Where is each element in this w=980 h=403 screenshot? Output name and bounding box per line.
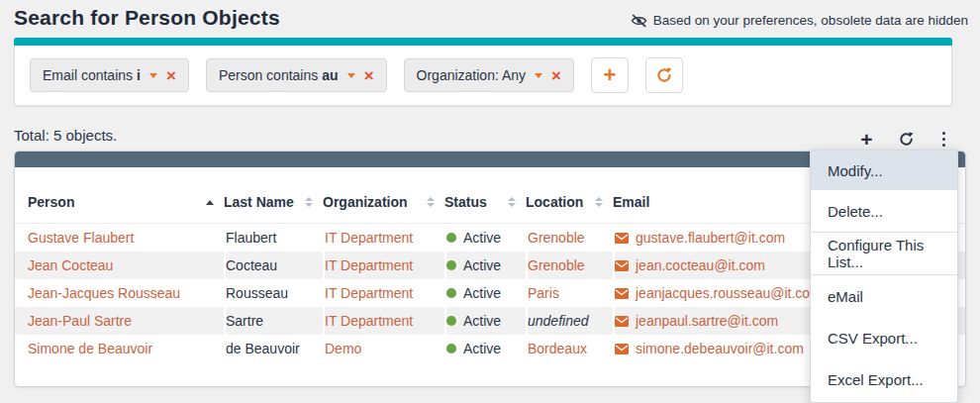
filter-chips: Email containsi × Person containsau × Or…: [30, 58, 574, 92]
chevron-down-icon[interactable]: [149, 73, 157, 78]
filter-chip-label: Email contains: [43, 67, 133, 83]
obsolete-data-notice-text: Based on your preferences, obsolete data…: [653, 13, 968, 28]
kebab-dot: [942, 144, 946, 148]
kebab-dot: [942, 132, 946, 136]
add-criterion-button[interactable]: +: [591, 57, 629, 93]
menu-item[interactable]: CSV Export...: [811, 317, 957, 358]
email-icon: [615, 316, 629, 327]
sort-icon: [427, 197, 435, 207]
filter-chip[interactable]: Organization: Any ×: [404, 58, 574, 92]
location-link[interactable]: Grenoble: [528, 257, 585, 273]
column-header-label: Status: [444, 194, 487, 210]
location-link[interactable]: Bordeaux: [528, 341, 587, 356]
status-cell: Active: [463, 257, 501, 273]
column-header-label: Person: [28, 194, 74, 210]
add-object-button[interactable]: +: [860, 129, 872, 150]
person-link[interactable]: Simone de Beauvoir: [28, 341, 152, 356]
column-header[interactable]: Last Name: [224, 167, 323, 224]
refresh-list-button[interactable]: [899, 132, 914, 147]
location-undefined: undefined: [528, 313, 589, 329]
email-icon: [615, 233, 629, 244]
person-link[interactable]: Jean Cocteau: [28, 257, 113, 273]
actions-context-menu: Modify... Delete... Configure This List.…: [810, 150, 958, 403]
status-active-dot: [446, 260, 456, 270]
column-header-label: Email: [613, 194, 649, 210]
menu-item[interactable]: eMail: [811, 275, 957, 317]
email-icon: [615, 344, 629, 354]
column-header[interactable]: Status: [444, 167, 526, 224]
filter-chip-label: Person contains: [219, 67, 318, 83]
menu-item[interactable]: Configure This List...: [811, 233, 957, 274]
last-name-cell: Flaubert: [226, 230, 276, 246]
status-cell: Active: [463, 285, 501, 301]
remove-filter-icon[interactable]: ×: [166, 67, 176, 84]
person-link[interactable]: Gustave Flaubert: [28, 230, 134, 246]
sort-icon: [595, 197, 603, 207]
last-name-cell: Rousseau: [226, 285, 288, 301]
results-total: Total: 5 objects.: [14, 127, 117, 144]
email-link[interactable]: jeanpaul.sartre@it.com: [636, 313, 778, 329]
menu-item[interactable]: Delete...: [811, 190, 957, 232]
status-active-dot: [446, 316, 456, 326]
list-toolbar: +: [860, 129, 948, 150]
filter-chip[interactable]: Person containsau ×: [206, 58, 387, 92]
menu-item-label: CSV Export...: [828, 330, 918, 347]
person-link[interactable]: Jean-Paul Sartre: [28, 313, 132, 329]
column-header-label: Organization: [323, 194, 408, 210]
column-header[interactable]: Location: [526, 167, 613, 224]
email-icon: [615, 288, 629, 299]
column-header[interactable]: Person: [15, 167, 224, 224]
last-name-cell: Sartre: [226, 313, 263, 329]
email-link[interactable]: simone.debeauvoir@it.com: [636, 341, 804, 356]
location-link[interactable]: Paris: [528, 285, 559, 301]
sort-icon: [508, 197, 516, 207]
organization-link[interactable]: Demo: [325, 341, 361, 356]
status-active-dot: [446, 233, 456, 243]
kebab-dot: [942, 138, 946, 142]
email-link[interactable]: jeanjacques.rousseau@it.com: [636, 285, 822, 301]
email-icon: [615, 260, 629, 271]
status-cell: Active: [463, 230, 501, 246]
remove-filter-icon[interactable]: ×: [551, 67, 561, 84]
last-name-cell: de Beauvoir: [226, 341, 300, 356]
location-link[interactable]: Grenoble: [528, 230, 585, 246]
person-link[interactable]: Jean-Jacques Rousseau: [28, 285, 180, 301]
menu-item-label: Configure This List...: [828, 237, 957, 270]
status-cell: Active: [463, 313, 501, 329]
status-active-dot: [446, 344, 456, 353]
status-cell: Active: [463, 341, 501, 356]
column-header[interactable]: Organization: [323, 167, 444, 224]
filter-chip-label: Organization: Any: [417, 67, 527, 83]
filter-chip[interactable]: Email containsi ×: [30, 58, 189, 92]
filter-chip-value: au: [322, 67, 338, 83]
remove-filter-icon[interactable]: ×: [364, 67, 374, 84]
email-link[interactable]: jean.cocteau@it.com: [636, 257, 765, 273]
organization-link[interactable]: IT Department: [325, 230, 413, 246]
page-title: Search for Person Objects: [14, 6, 280, 30]
eye-slash-icon: [631, 14, 647, 28]
refresh-icon: [899, 132, 914, 147]
menu-item[interactable]: Excel Export...: [811, 358, 957, 400]
chevron-down-icon[interactable]: [347, 73, 355, 78]
status-active-dot: [446, 288, 456, 298]
menu-item-label: eMail: [828, 288, 863, 305]
menu-item-label: Excel Export...: [828, 371, 924, 388]
column-header-label: Location: [526, 194, 583, 210]
sort-ascending-icon: [206, 200, 214, 205]
menu-item-label: Delete...: [828, 203, 883, 220]
email-link[interactable]: gustave.flaubert@it.com: [636, 230, 785, 246]
search-filter-panel: Email containsi × Person containsau × Or…: [14, 38, 952, 106]
menu-item[interactable]: Modify...: [811, 151, 957, 190]
filter-chip-value: i: [137, 67, 141, 83]
last-name-cell: Cocteau: [226, 257, 277, 273]
chevron-down-icon[interactable]: [535, 73, 542, 78]
organization-link[interactable]: IT Department: [325, 313, 413, 329]
sort-icon: [305, 197, 313, 207]
organization-link[interactable]: IT Department: [325, 257, 413, 273]
obsolete-data-notice: Based on your preferences, obsolete data…: [631, 13, 968, 28]
actions-menu-button[interactable]: [939, 131, 949, 149]
menu-item-label: Modify...: [828, 162, 883, 179]
plus-icon: +: [604, 64, 617, 86]
organization-link[interactable]: IT Department: [325, 285, 413, 301]
refresh-search-button[interactable]: [645, 57, 683, 93]
